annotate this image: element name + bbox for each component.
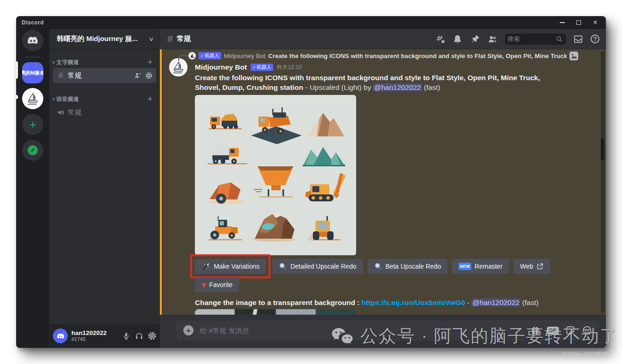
bot-badge: ✓机器人 (251, 64, 273, 71)
magnifier-icon (374, 262, 382, 270)
home-button[interactable] (22, 30, 43, 51)
category-label: 文字频道 (57, 59, 148, 66)
message-timestamp: 昨天13:10 (277, 64, 302, 71)
search-box[interactable] (505, 34, 566, 45)
category-voice-channels[interactable]: ∨ 语音频道 + (49, 94, 160, 105)
icon-crushing-station-hopper (254, 166, 293, 198)
explore-servers-button[interactable] (22, 140, 43, 161)
server-header[interactable]: 韩曙亮的 Midjourney 服... ∨ (49, 29, 160, 49)
mining-icons-illustration (195, 95, 356, 255)
channel-settings-gear-icon[interactable] (145, 72, 153, 79)
category-label: 语音频道 (57, 95, 148, 103)
window-controls: × (556, 18, 606, 27)
user-avatar[interactable] (53, 329, 68, 343)
icon-boulder-with-water (253, 211, 295, 242)
chat-scrollbar[interactable] (601, 51, 604, 313)
reply-author: Midjourney Bot (224, 53, 265, 59)
icon-mountain (308, 113, 344, 136)
hash-icon: # (57, 71, 65, 81)
headphones-icon[interactable] (135, 332, 143, 340)
user-info[interactable]: han1202022 #1745 (71, 329, 118, 342)
external-link-icon (536, 263, 544, 270)
favorite-button[interactable]: ♥ Favorite (195, 277, 239, 292)
chat-scrollbar-thumb[interactable] (601, 139, 604, 160)
gif-picker-icon[interactable]: GIF (547, 327, 559, 335)
sticker-icon[interactable] (565, 325, 575, 335)
user-panel: han1202022 #1745 (49, 324, 160, 348)
reply-preview-text: Create the following ICONS with transpar… (268, 53, 567, 59)
grid-thumb-3 (276, 309, 316, 315)
invite-people-icon[interactable] (134, 72, 141, 79)
inbox-icon[interactable] (573, 34, 583, 44)
message-input[interactable] (200, 327, 524, 335)
icon-rock-with-wheel (209, 182, 246, 204)
message-author[interactable]: Midjourney Bot (195, 63, 247, 71)
create-channel-icon[interactable]: + (147, 58, 153, 66)
midjourney-image-attachment[interactable] (195, 95, 356, 255)
button-label: Make Variations (214, 263, 259, 270)
message-2-content: Change the image to a transparent backgr… (195, 298, 563, 307)
chevron-down-icon: ∨ (149, 36, 154, 42)
server-icon-han-server[interactable]: 亮的M服务 (22, 62, 43, 83)
search-icon (556, 35, 563, 43)
chat-body: ✓机器人 Midjourney Bot Create the following… (160, 49, 606, 315)
icon-excavator-shovel (305, 173, 346, 201)
make-variations-button[interactable]: Make Variations (195, 259, 266, 274)
channel-name: 常规 (68, 71, 131, 80)
channel-title: 常规 (176, 34, 191, 44)
threads-icon[interactable] (435, 34, 445, 44)
channel-changgui[interactable]: # 常规 (53, 68, 156, 83)
channel-list: ∨ 文字频道 + # 常规 (49, 49, 160, 324)
web-button[interactable]: Web (514, 259, 551, 274)
magnifier-icon (279, 262, 287, 270)
create-channel-icon[interactable]: + (147, 95, 153, 103)
microphone-icon[interactable] (122, 332, 130, 340)
server-initials: 亮的M服务 (22, 70, 43, 76)
minimize-icon (560, 22, 565, 23)
notifications-bell-icon[interactable] (452, 34, 463, 44)
chevron-down-icon: ∨ (52, 60, 55, 65)
discord-logo-icon (26, 35, 39, 46)
maximize-button[interactable] (573, 18, 585, 27)
mj-run-link[interactable]: https://s.mj.run/Uox5mloVwG0 (362, 299, 465, 306)
reply-reference[interactable]: ✓机器人 Midjourney Bot Create the following… (162, 49, 606, 60)
beta-upscale-redo-button[interactable]: Beta Upscale Redo (368, 259, 448, 274)
category-text-channels[interactable]: ∨ 文字频道 + (49, 57, 160, 68)
emoji-icon[interactable] (582, 325, 592, 335)
bot-badge: ✓机器人 (199, 52, 221, 59)
voice-channel-changgui[interactable]: 常规 (53, 105, 156, 120)
close-icon: × (593, 19, 597, 26)
rail-separator (25, 57, 40, 58)
member-list-icon[interactable] (487, 34, 498, 44)
user-mention[interactable]: @han1202022 (471, 299, 520, 306)
detailed-upscale-redo-button[interactable]: Detailed Upscale Redo (272, 259, 363, 274)
button-label: Favorite (209, 281, 233, 288)
button-label: Detailed Upscale Redo (290, 263, 356, 270)
server-icon-midjourney[interactable] (22, 88, 43, 109)
plus-icon: + (186, 327, 191, 335)
attach-file-button[interactable]: + (183, 325, 194, 335)
message-composer[interactable]: + GIF (176, 320, 599, 341)
image-attachment-icon (569, 52, 578, 60)
reply-avatar (188, 52, 196, 59)
user-mention[interactable]: @han1202022 (373, 83, 422, 91)
chat-header: # 常规 (160, 29, 606, 49)
heart-icon: ♥ (201, 281, 206, 289)
image-grid-preview-partial[interactable] (195, 309, 356, 315)
maximize-icon (576, 20, 581, 25)
midjourney-bot-avatar[interactable] (169, 58, 188, 76)
server-rail: 亮的M服务 + (16, 29, 49, 348)
close-button[interactable]: × (589, 18, 601, 27)
search-input[interactable] (508, 35, 554, 42)
pinned-messages-icon[interactable] (470, 34, 480, 44)
help-icon[interactable]: ? (591, 35, 599, 43)
icon-roller-compactor (209, 216, 242, 241)
remaster-button[interactable]: NEW Remaster (452, 259, 509, 274)
mention-highlighted-message: ✓机器人 Midjourney Bot Create the following… (160, 49, 606, 315)
gift-icon[interactable] (530, 325, 540, 335)
message-actions-row-2: ♥ Favorite (195, 277, 587, 292)
settings-gear-icon[interactable] (148, 332, 156, 340)
add-server-button[interactable]: + (22, 114, 43, 135)
minimize-button[interactable] (556, 18, 568, 27)
hash-icon: # (167, 33, 173, 45)
